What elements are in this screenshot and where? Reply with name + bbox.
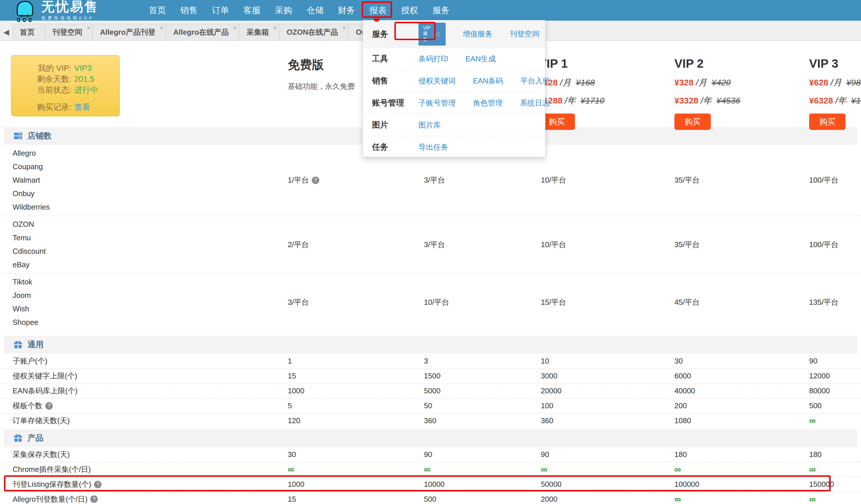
row-template-count: 模板个数? 5 50 100 200 500 [0, 398, 861, 413]
platform-temu: Temu [13, 231, 288, 245]
row-order-storage-days: 订单存储天数(天) 120 360 360 1080 ∞ [0, 413, 861, 428]
tab-allegro-listing[interactable]: Allegro产品刊登 × [93, 24, 166, 40]
octopus-logo-icon [12, 1, 36, 20]
nav-menu: 首页 销售 订单 客服 采购 仓储 财务 报表 授权 服务 [141, 4, 457, 16]
shop-g1-v2: 35/平台 [674, 175, 809, 185]
dropdown-section-tools: 工具 条码打印 EAN生成 [363, 47, 545, 70]
nav-item-finance[interactable]: 财务 [331, 4, 362, 16]
shop-g3-free: 3/平台 [288, 297, 424, 307]
app-logo[interactable]: 无忧易售 免费跨境电商ERP [12, 0, 99, 21]
close-icon[interactable]: × [233, 25, 237, 31]
help-icon[interactable]: ? [312, 177, 319, 184]
section-title-general: 通用 [28, 339, 44, 350]
help-icon[interactable]: ? [94, 481, 101, 488]
menu-item-ean-barcode[interactable]: EAN条码 [473, 76, 503, 86]
nav-item-home[interactable]: 首页 [141, 4, 173, 16]
app-subtitle: 免费跨境电商ERP [41, 15, 99, 21]
tab-home[interactable]: 首页 [13, 24, 45, 40]
menu-item-infringing-keywords[interactable]: 侵权关键词 [419, 76, 456, 86]
shop-g1-v3: 100/平台 [809, 175, 861, 185]
days-left-label: 剩余天数: [11, 74, 71, 85]
menu-item-vip-service[interactable]: VIP 服务 ☆ [419, 23, 446, 45]
plan-vip3: VIP 3 ¥628 /月 ¥980 ¥6328 /年 ¥10000 购买 [809, 57, 861, 130]
dropdown-section-tasks: 任务 导出任务 [363, 136, 545, 158]
services-dropdown-menu: 服务 VIP 服务 ☆ 增值服务 刊登空间 工具 条码打印 EAN生成 销售 侵… [363, 20, 545, 157]
my-vip-value: VIP3 [74, 63, 92, 74]
menu-item-system-log[interactable]: 系统日志 [520, 98, 550, 108]
close-icon[interactable]: × [342, 25, 346, 31]
shop-g1-v0: 3/平台 [424, 175, 541, 185]
menu-item-image-library[interactable]: 图片库 [419, 120, 441, 130]
shop-g2-v2: 35/平台 [674, 240, 809, 250]
nav-item-purchase[interactable]: 采购 [268, 4, 299, 16]
status-value: 进行中 [74, 85, 98, 95]
shop-group-2: OZON Temu Cdiscount eBay 2/平台 3/平台 10/平台… [0, 216, 861, 273]
tab-listing-space[interactable]: 刊登空间 × [45, 24, 92, 40]
menu-item-role-management[interactable]: 角色管理 [473, 98, 503, 108]
plan-vip1-name: VIP 1 [538, 57, 604, 70]
tabs-back-icon[interactable]: ◀ [0, 24, 13, 40]
section-title-product: 产品 [28, 433, 44, 444]
menu-item-barcode-print[interactable]: 条码打印 [419, 54, 448, 64]
nav-item-authorize[interactable]: 授权 [394, 4, 425, 16]
app-title: 无忧易售 [41, 0, 99, 13]
tab-allegro-online[interactable]: Allegro在线产品 × [166, 24, 239, 40]
shop-g3-v1: 15/平台 [541, 297, 674, 307]
menu-item-value-added-service[interactable]: 增值服务 [463, 29, 493, 39]
vip3-month-old-price: ¥980 [846, 78, 861, 87]
menu-item-platform-onboarding[interactable]: 平台入驻 [520, 76, 550, 86]
shop-g1-v1: 10/平台 [541, 175, 674, 185]
top-navbar: 无忧易售 免费跨境电商ERP 首页 销售 订单 客服 采购 仓储 财务 报表 授… [0, 0, 861, 21]
menu-item-sub-account[interactable]: 子账号管理 [419, 98, 456, 108]
star-icon: ☆ [434, 30, 441, 38]
platform-onbuy: Onbuy [13, 187, 288, 200]
vip3-month-price: ¥628 [809, 78, 828, 87]
nav-item-warehouse[interactable]: 仓储 [299, 4, 331, 16]
shop-g1-free: 1/平台? [288, 175, 424, 185]
nav-item-services[interactable]: 服务 [425, 4, 457, 16]
menu-item-export-tasks[interactable]: 导出任务 [419, 142, 448, 152]
plan-vip2: VIP 2 ¥328 /月 ¥420 ¥3328 /年 ¥4536 购买 [674, 57, 740, 130]
platform-wish: Wish [13, 302, 288, 316]
close-icon[interactable]: × [160, 25, 164, 31]
vip2-month-price: ¥328 [674, 78, 694, 87]
vip2-year-price: ¥3328 [674, 96, 698, 105]
vip1-month-old-price: ¥168 [576, 78, 595, 87]
nav-item-sales[interactable]: 销售 [173, 4, 205, 16]
row-allegro-listing-count: Allegro刊登数量(个/日)? 15 500 2000 ∞ ∞ [0, 492, 861, 504]
platform-cdiscount: Cdiscount [13, 245, 288, 258]
help-icon[interactable]: ? [90, 495, 98, 503]
tab-collection-box[interactable]: 采集箱 × [239, 24, 279, 40]
dropdown-section-images: 图片 图片库 [363, 114, 545, 136]
nav-item-reports[interactable]: 报表 [362, 4, 394, 16]
nav-item-orders[interactable]: 订单 [205, 4, 236, 16]
vip3-year-old-price: ¥10000 [851, 96, 861, 105]
dropdown-section-services: 服务 VIP 服务 ☆ 增值服务 刊登空间 [363, 21, 545, 47]
plan-vip3-name: VIP 3 [809, 57, 861, 70]
vip2-buy-button[interactable]: 购买 [674, 113, 711, 130]
help-icon[interactable]: ? [45, 402, 53, 410]
shop-g2-v3: 100/平台 [809, 240, 861, 250]
shop-g3-v2: 45/平台 [674, 297, 809, 307]
vip3-buy-button[interactable]: 购买 [809, 113, 846, 130]
shop-g2-free: 2/平台 [288, 240, 424, 250]
plan-free: 免费版 基础功能，永久免费 [288, 57, 355, 92]
close-icon[interactable]: × [273, 25, 277, 31]
menu-item-ean-generate[interactable]: EAN生成 [465, 54, 495, 64]
platform-joom: Joom [13, 289, 288, 302]
plan-free-name: 免费版 [288, 57, 355, 73]
purchase-record-label: 购买记录: [11, 102, 71, 113]
row-ean-library: EAN条码库上限(个) 1000 5000 20000 40000 80000 [0, 383, 861, 398]
close-icon[interactable]: × [86, 25, 90, 31]
vip1-year-old-price: ¥1710 [580, 96, 604, 105]
menu-item-listing-space[interactable]: 刊登空间 [510, 29, 540, 39]
platform-tiktok: Tiktok [13, 275, 288, 289]
purchase-record-view-link[interactable]: 查看 [74, 102, 90, 113]
row-listing-save-count: 刊登Listing保存数量(个)? 1000 10000 50000 10000… [0, 477, 861, 492]
tab-ozon-online[interactable]: OZON在线产品 × [279, 24, 348, 40]
my-vip-card: 我的 VIP: VIP3 剩余天数: 201.5 当前状态: 进行中 购买记录:… [11, 55, 120, 117]
nav-item-service[interactable]: 客服 [236, 4, 268, 16]
shop-g2-v1: 10/平台 [541, 240, 674, 250]
vip2-month-old-price: ¥420 [712, 78, 731, 87]
status-label: 当前状态: [11, 85, 71, 95]
